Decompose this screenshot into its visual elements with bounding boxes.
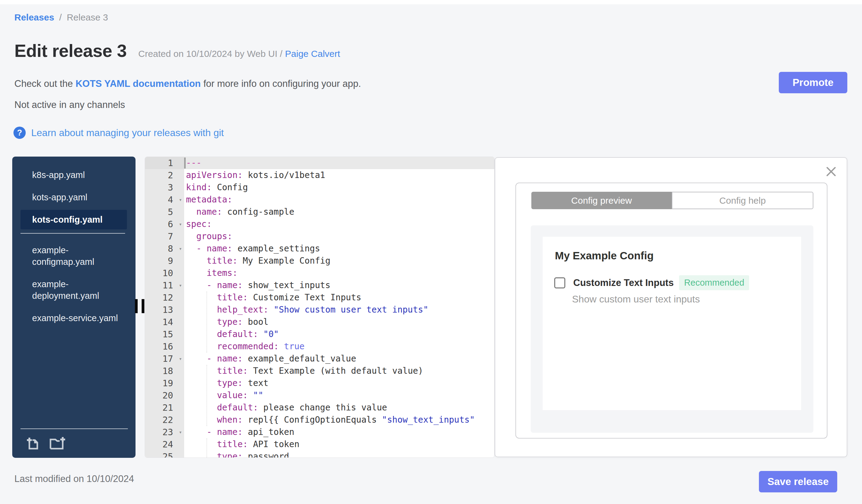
line-number[interactable]: 16	[145, 340, 184, 353]
fold-caret-icon[interactable]: ▾	[179, 355, 182, 362]
close-button[interactable]	[825, 166, 837, 177]
code-token-plain: api_token	[243, 427, 294, 437]
sidebar-file-example-deployment.yaml[interactable]: example-deployment.yaml	[21, 274, 127, 306]
code-text: apiVersion: kots.io/v1beta1	[184, 169, 325, 181]
kots-doc-link[interactable]: KOTS YAML documentation	[76, 78, 201, 89]
sidebar-resize-handle[interactable]	[135, 299, 144, 313]
code-token-plain: please change this value	[258, 402, 387, 413]
code-token-plain: My Example Config	[238, 256, 330, 266]
code-line-18[interactable]: 18 title: Text Example (with default val…	[145, 365, 494, 377]
yaml-editor[interactable]: 1---2apiVersion: kots.io/v1beta13kind: C…	[145, 157, 495, 458]
code-text: value: ""	[184, 389, 263, 401]
code-line-1[interactable]: 1---	[145, 157, 494, 169]
code-text: title: API token	[184, 438, 299, 450]
line-number[interactable]: 23▾	[145, 426, 184, 438]
fold-caret-icon[interactable]: ▾	[179, 221, 182, 227]
code-token-plain: password	[243, 451, 289, 458]
tab-config-preview[interactable]: Config preview	[531, 192, 672, 209]
line-number[interactable]: 6▾	[145, 218, 184, 230]
line-number[interactable]: 24	[145, 438, 184, 450]
code-text: groups:	[184, 230, 233, 242]
code-token-key: - name:	[186, 427, 243, 437]
code-line-8[interactable]: 8▾ - name: example_settings	[145, 242, 494, 255]
line-number[interactable]: 4▾	[145, 194, 184, 206]
code-line-15[interactable]: 15 default: "0"	[145, 328, 494, 340]
fold-caret-icon[interactable]: ▾	[179, 245, 182, 252]
fold-caret-icon[interactable]: ▾	[179, 282, 182, 289]
code-line-22[interactable]: 22 when: repl{{ ConfigOptionEquals "show…	[145, 414, 494, 426]
line-number[interactable]: 1	[145, 157, 184, 169]
code-text: ---	[184, 157, 201, 169]
code-line-10[interactable]: 10 items:	[145, 267, 494, 279]
line-number[interactable]: 22	[145, 414, 184, 426]
code-line-23[interactable]: 23▾ - name: api_token	[145, 426, 494, 438]
promote-button[interactable]: Promote	[779, 72, 847, 93]
code-line-20[interactable]: 20 value: ""	[145, 389, 494, 401]
sidebar-file-example-configmap.yaml[interactable]: example-configmap.yaml	[21, 240, 127, 271]
line-number[interactable]: 14	[145, 316, 184, 328]
line-number[interactable]: 10	[145, 267, 184, 279]
config-checkbox[interactable]	[554, 277, 565, 288]
code-line-13[interactable]: 13 help_text: "Show custom user text inp…	[145, 304, 494, 316]
code-line-24[interactable]: 24 title: API token	[145, 438, 494, 450]
fold-caret-icon[interactable]: ▾	[179, 196, 182, 203]
tab-config-help[interactable]: Config help	[672, 192, 813, 209]
line-number[interactable]: 20	[145, 389, 184, 401]
code-token-plain: repl{{ ConfigOptionEquals	[243, 415, 382, 425]
code-text: metadata:	[184, 194, 233, 206]
code-line-17[interactable]: 17▾ - name: example_default_value	[145, 353, 494, 365]
line-number[interactable]: 17▾	[145, 353, 184, 365]
code-line-16[interactable]: 16 recommended: true	[145, 340, 494, 353]
fold-caret-icon[interactable]: ▾	[179, 429, 182, 436]
code-token-key: - name:	[186, 280, 243, 290]
line-number[interactable]: 15	[145, 328, 184, 340]
line-number[interactable]: 11▾	[145, 279, 184, 291]
line-number[interactable]: 18	[145, 365, 184, 377]
add-folder-button[interactable]	[49, 435, 66, 450]
created-meta: Created on 10/10/2024 by Web UI / Paige …	[138, 49, 340, 59]
code-text: default: please change this value	[184, 401, 387, 414]
code-line-11[interactable]: 11▾ - name: show_text_inputs	[145, 279, 494, 291]
sidebar-file-k8s-app.yaml[interactable]: k8s-app.yaml	[21, 165, 127, 185]
line-number[interactable]: 2	[145, 169, 184, 181]
line-number[interactable]: 5	[145, 206, 184, 218]
code-lines: 1---2apiVersion: kots.io/v1beta13kind: C…	[145, 157, 494, 458]
code-line-19[interactable]: 19 type: text	[145, 377, 494, 389]
breadcrumb-releases-link[interactable]: Releases	[14, 12, 54, 22]
code-line-9[interactable]: 9 title: My Example Config	[145, 255, 494, 267]
sidebar-file-kots-config.yaml[interactable]: kots-config.yaml	[21, 210, 127, 229]
line-number[interactable]: 7	[145, 230, 184, 242]
git-link[interactable]: Learn about managing your releases with …	[31, 127, 224, 138]
code-text: - name: example_default_value	[184, 353, 356, 365]
code-line-12[interactable]: 12 title: Customize Text Inputs	[145, 291, 494, 304]
line-number[interactable]: 21	[145, 401, 184, 414]
sidebar-file-example-service.yaml[interactable]: example-service.yaml	[21, 308, 127, 328]
code-line-3[interactable]: 3kind: Config	[145, 181, 494, 194]
code-line-5[interactable]: 5 name: config-sample	[145, 206, 494, 218]
code-text: default: "0"	[184, 328, 279, 340]
line-number[interactable]: 13	[145, 304, 184, 316]
line-number[interactable]: 12	[145, 291, 184, 304]
line-number[interactable]: 8▾	[145, 242, 184, 255]
save-release-button[interactable]: Save release	[759, 471, 837, 492]
config-group-title: My Example Config	[555, 250, 654, 262]
line-number[interactable]: 19	[145, 377, 184, 389]
code-token-plain: show_text_inputs	[243, 280, 330, 290]
code-token-key: value:	[186, 390, 248, 400]
code-line-14[interactable]: 14 type: bool	[145, 316, 494, 328]
line-number[interactable]: 9	[145, 255, 184, 267]
sidebar-file-kots-app.yaml[interactable]: kots-app.yaml	[21, 187, 127, 207]
code-line-2[interactable]: 2apiVersion: kots.io/v1beta1	[145, 169, 494, 181]
code-line-4[interactable]: 4▾metadata:	[145, 194, 494, 206]
add-file-button[interactable]	[25, 435, 41, 450]
code-line-7[interactable]: 7 groups:	[145, 230, 494, 242]
code-text: type: password	[184, 450, 289, 458]
created-meta-text: Created on 10/10/2024 by Web UI /	[138, 49, 285, 59]
code-line-25[interactable]: 25 type: password	[145, 450, 494, 458]
code-line-6[interactable]: 6▾spec:	[145, 218, 494, 230]
author-link[interactable]: Paige Calvert	[285, 49, 340, 59]
code-line-21[interactable]: 21 default: please change this value	[145, 401, 494, 414]
line-number[interactable]: 3	[145, 181, 184, 194]
line-number[interactable]: 25	[145, 450, 184, 458]
git-help-row[interactable]: ? Learn about managing your releases wit…	[13, 127, 224, 139]
